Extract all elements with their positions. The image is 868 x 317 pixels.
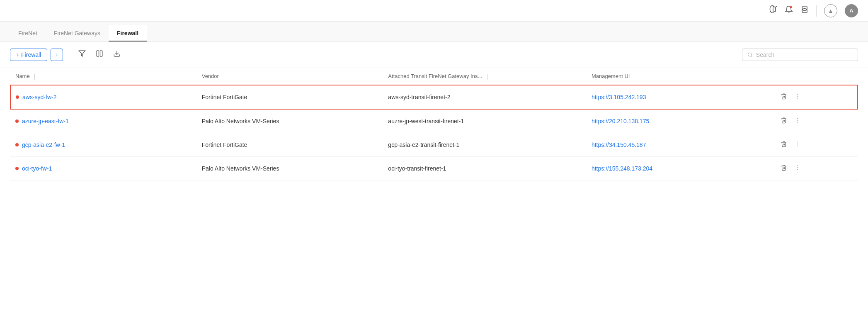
svg-point-15 [797, 122, 798, 122]
table-container: Name Vendor Attached Transit FireNet Gat… [0, 68, 868, 180]
more-options-button[interactable] [791, 115, 803, 127]
svg-point-11 [797, 96, 798, 97]
tab-firewall[interactable]: Firewall [109, 25, 147, 41]
cell-vendor: Fortinet FortiGate [197, 133, 383, 156]
col-header-mgmt: Management UI [587, 68, 773, 85]
firewall-name-link[interactable]: gcp-asia-e2-fw-1 [22, 141, 65, 148]
svg-point-19 [797, 165, 798, 166]
search-input[interactable] [756, 51, 853, 58]
firewall-name-link[interactable]: aws-syd-fw-2 [22, 94, 56, 100]
cell-vendor: Palo Alto Networks VM-Series [197, 156, 383, 180]
toolbar: + Firewall + [0, 41, 868, 68]
download-button[interactable] [110, 48, 124, 61]
tab-firenet-gateways[interactable]: FireNet Gateways [46, 25, 109, 41]
filter-button[interactable] [75, 48, 89, 61]
svg-point-14 [797, 120, 798, 121]
col-header-gateway: Attached Transit FireNet Gateway Ins... [383, 68, 587, 85]
tasks-icon[interactable] [800, 5, 809, 16]
delete-button[interactable] [778, 91, 790, 103]
cell-name: azure-jp-east-fw-1 [10, 109, 197, 133]
cell-name: aws-syd-fw-2 [10, 85, 197, 109]
management-url-link[interactable]: https://20.210.138.175 [592, 118, 649, 124]
cell-actions [773, 109, 858, 133]
cell-name: oci-tyo-fw-1 [10, 156, 197, 180]
svg-point-8 [748, 53, 752, 56]
svg-point-21 [797, 169, 798, 170]
add-plus-button[interactable]: + [51, 49, 63, 61]
delete-button[interactable] [778, 139, 790, 151]
cell-gateway: oci-tyo-transit-firenet-1 [383, 156, 587, 180]
firewall-name-link[interactable]: oci-tyo-fw-1 [22, 165, 52, 172]
icon-divider [816, 5, 817, 17]
toolbar-separator [69, 49, 69, 61]
tab-firenet[interactable]: FireNet [10, 25, 46, 41]
help-avatar[interactable]: ▲ [824, 4, 837, 17]
status-dot [15, 143, 19, 146]
status-dot [15, 167, 19, 170]
cell-vendor: Fortinet FortiGate [197, 85, 383, 109]
management-url-link[interactable]: https://3.105.242.193 [592, 94, 646, 100]
firewall-table: Name Vendor Attached Transit FireNet Gat… [10, 68, 858, 180]
cell-gateway: auzre-jp-west-transit-firenet-1 [383, 109, 587, 133]
svg-point-1 [790, 6, 792, 8]
svg-point-13 [797, 118, 798, 119]
cell-gateway: aws-syd-transit-firenet-2 [383, 85, 587, 109]
table-row[interactable]: oci-tyo-fw-1 Palo Alto Networks VM-Serie… [10, 156, 858, 180]
cell-name: gcp-asia-e2-fw-1 [10, 133, 197, 156]
svg-point-18 [797, 145, 798, 146]
col-header-vendor: Vendor [197, 68, 383, 85]
col-header-name: Name [10, 68, 197, 85]
status-dot [16, 95, 19, 99]
svg-point-17 [797, 144, 798, 144]
svg-point-16 [797, 141, 798, 142]
cell-actions [773, 156, 858, 180]
more-options-button[interactable] [791, 139, 803, 151]
cell-actions [773, 133, 858, 156]
cell-mgmt: https://3.105.242.193 [587, 85, 773, 109]
table-row[interactable]: azure-jp-east-fw-1 Palo Alto Networks VM… [10, 109, 858, 133]
svg-point-12 [797, 98, 798, 98]
cell-gateway: gcp-asia-e2-transit-firenet-1 [383, 133, 587, 156]
svg-point-10 [797, 94, 798, 95]
table-row[interactable]: aws-syd-fw-2 Fortinet FortiGate aws-syd-… [10, 85, 858, 109]
top-bar: ▲ A [0, 0, 868, 22]
delete-button[interactable] [778, 115, 790, 127]
tabs-bar: FireNet FireNet Gateways Firewall [0, 22, 868, 41]
management-url-link[interactable]: https://34.150.45.187 [592, 141, 646, 148]
cell-mgmt: https://34.150.45.187 [587, 133, 773, 156]
notifications-icon[interactable] [785, 5, 793, 16]
cell-mgmt: https://155.248.173.204 [587, 156, 773, 180]
announcements-icon[interactable] [769, 5, 777, 16]
table-row[interactable]: gcp-asia-e2-fw-1 Fortinet FortiGate gcp-… [10, 133, 858, 156]
svg-point-20 [797, 167, 798, 168]
columns-button[interactable] [92, 48, 107, 61]
status-dot [15, 119, 19, 123]
col-header-actions [773, 68, 858, 85]
table-header-row: Name Vendor Attached Transit FireNet Gat… [10, 68, 858, 85]
management-url-link[interactable]: https://155.248.173.204 [592, 165, 652, 172]
svg-line-0 [776, 7, 777, 7]
cell-vendor: Palo Alto Networks VM-Series [197, 109, 383, 133]
more-options-button[interactable] [791, 91, 803, 103]
search-box [742, 49, 858, 61]
cell-mgmt: https://20.210.138.175 [587, 109, 773, 133]
top-bar-icons: ▲ A [769, 4, 858, 17]
cell-actions [773, 85, 858, 109]
search-icon [747, 52, 753, 58]
svg-rect-6 [100, 51, 102, 56]
svg-line-9 [751, 56, 752, 56]
svg-marker-4 [79, 51, 85, 56]
firewall-name-link[interactable]: azure-jp-east-fw-1 [22, 118, 69, 124]
svg-rect-5 [97, 51, 99, 56]
delete-button[interactable] [778, 163, 790, 174]
add-firewall-button[interactable]: + Firewall [10, 49, 47, 61]
user-avatar[interactable]: A [845, 4, 858, 17]
more-options-button[interactable] [791, 163, 803, 174]
